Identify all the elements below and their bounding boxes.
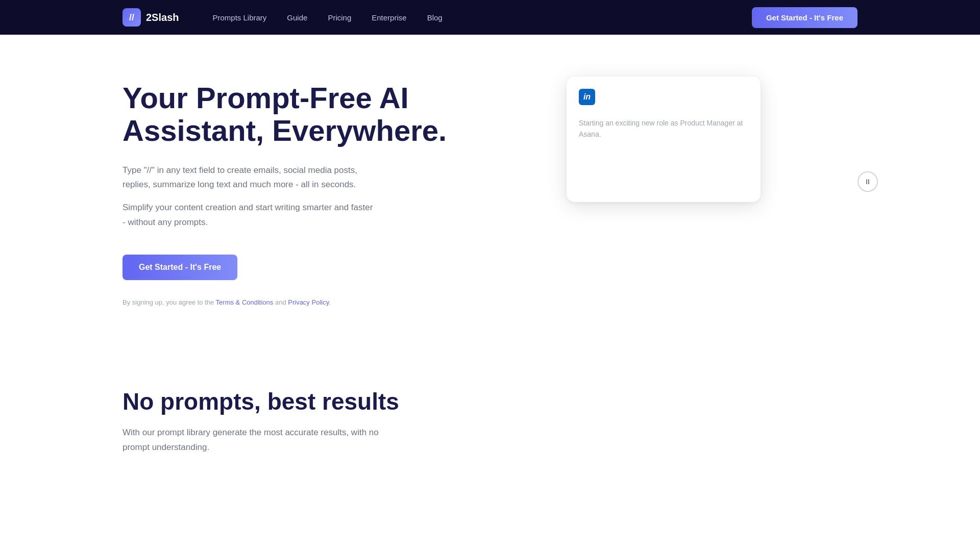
demo-card-header: in — [579, 89, 748, 105]
demo-card-text: Starting an exciting new role as Product… — [579, 113, 748, 144]
hero-section: Your Prompt-Free AI Assistant, Everywher… — [0, 0, 980, 347]
nav-links: Prompts Library Guide Pricing Enterprise… — [204, 9, 751, 26]
nav-link-guide[interactable]: Guide — [279, 9, 315, 26]
navbar: // 2Slash Prompts Library Guide Pricing … — [0, 0, 980, 35]
hero-subtitle2: Simplify your content creation and start… — [122, 201, 378, 230]
section2-title: No prompts, best results — [122, 388, 857, 415]
logo-text: 2Slash — [146, 12, 179, 23]
hero-cta-button[interactable]: Get Started - It's Free — [122, 255, 237, 280]
hero-demo-area: in Starting an exciting new role as Prod… — [470, 71, 857, 202]
section2-subtitle: With our prompt library generate the mos… — [122, 425, 388, 455]
nav-logo[interactable]: // 2Slash — [122, 8, 179, 27]
privacy-link[interactable]: Privacy Policy — [288, 298, 329, 306]
nav-link-pricing[interactable]: Pricing — [320, 9, 359, 26]
logo-icon: // — [122, 8, 141, 27]
demo-card-body: Starting an exciting new role as Product… — [579, 113, 748, 190]
pause-button[interactable]: ⏸ — [857, 171, 878, 192]
tos-link[interactable]: Terms & Conditions — [216, 298, 274, 306]
pause-icon: ⏸ — [864, 178, 871, 186]
hero-content: Your Prompt-Free AI Assistant, Everywher… — [122, 71, 470, 306]
section2: No prompts, best results With our prompt… — [0, 347, 980, 496]
nav-cta-button[interactable]: Get Started - It's Free — [752, 7, 857, 28]
hero-legal: By signing up, you agree to the Terms & … — [122, 298, 470, 306]
demo-card: in Starting an exciting new role as Prod… — [567, 77, 761, 202]
nav-link-enterprise[interactable]: Enterprise — [363, 9, 414, 26]
hero-title: Your Prompt-Free AI Assistant, Everywher… — [122, 82, 470, 147]
linkedin-icon: in — [579, 89, 595, 105]
nav-link-blog[interactable]: Blog — [419, 9, 451, 26]
hero-subtitle1: Type "//" in any text field to create em… — [122, 163, 378, 193]
nav-link-prompts-library[interactable]: Prompts Library — [204, 9, 275, 26]
